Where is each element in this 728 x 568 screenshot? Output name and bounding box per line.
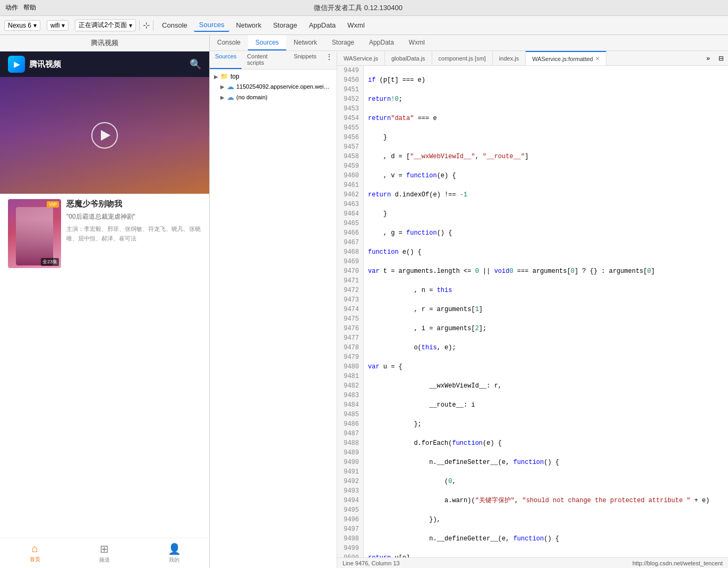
code-tab-component[interactable]: component.js [sm]: [432, 51, 493, 65]
cloud-icon: ☁: [227, 82, 234, 91]
tree-item-top[interactable]: ▶ 📁 top: [210, 72, 337, 81]
tree-item-no-domain[interactable]: ▶ ☁ (no domain): [210, 92, 337, 102]
tree-domain-label: 1150254092.appservice.open.weixin.qq.co: [236, 83, 332, 90]
phone-title: 腾讯视频: [91, 39, 118, 47]
app-container: ▶ 腾讯视频 🔍: [0, 51, 209, 568]
code-editor: WAService.js globalData.js component.js …: [337, 51, 728, 568]
device-chevron-icon: ▾: [33, 22, 37, 29]
code-content[interactable]: 9449 9450 9451 9452 9453 9454 9455 9456 …: [337, 66, 728, 557]
app-title: 微信开发者工具 0.12.130400: [314, 3, 402, 13]
title-bar: 动作 帮助 微信开发者工具 0.12.130400: [0, 0, 728, 16]
phone-header: 腾讯视频: [0, 35, 209, 51]
close-tab-icon[interactable]: ✕: [595, 56, 599, 62]
code-line: a.warn)("关键字保护", "should not change the …: [368, 496, 728, 505]
cloud-icon-2: ☁: [227, 93, 234, 101]
subtab-content-scripts[interactable]: Content scripts: [242, 51, 288, 69]
devtools-tab-storage[interactable]: Storage: [324, 35, 362, 50]
code-tab-waservice-formatted[interactable]: WAService.js:formatted ✕: [526, 51, 606, 65]
sources-sidebar: Sources Content scripts Snippets ⋮ ▶ 📁 t…: [210, 51, 337, 568]
play-icon: [101, 130, 110, 141]
main-toolbar: Nexus 6 ▾ wifi ▾ 正在调试2个页面 ▾ ⊹ Console So…: [0, 16, 728, 35]
tab-appdata[interactable]: AppData: [304, 19, 341, 31]
tab-network[interactable]: Network: [230, 19, 267, 31]
code-line: , n = this: [368, 286, 728, 295]
cursor-position: Line 9476, Column 13: [342, 560, 400, 566]
code-line: }: [368, 209, 728, 219]
episode-count: 全23集: [41, 258, 59, 266]
code-line: var u = {: [368, 362, 728, 372]
nav-profile-label: 我的: [169, 556, 179, 564]
tab-console[interactable]: Console: [157, 19, 193, 31]
home-icon: ⌂: [32, 543, 38, 555]
code-line: n.__defineSetter__(e, function() {: [368, 458, 728, 467]
cursor-icon: ⊹: [143, 20, 150, 30]
subtab-snippets[interactable]: Snippets: [288, 51, 322, 69]
code-line: o(this, e);: [368, 343, 728, 352]
app-logo-text: 腾讯视频: [29, 59, 61, 70]
line-numbers: 9449 9450 9451 9452 9453 9454 9455 9456 …: [337, 66, 364, 557]
code-tab-index[interactable]: index.js: [493, 51, 526, 65]
code-line: n.__defineGetter__(e, function() {: [368, 534, 728, 544]
show-thumbnail[interactable]: VIP 全23集: [8, 199, 61, 268]
nav-profile[interactable]: 👤 我的: [140, 543, 209, 564]
show-info: 恶魔少爷别吻我 "00后霸道总裁宠虐神剧" 主演：李宏毅、邢菲、张烔敏、符龙飞、…: [66, 199, 201, 268]
subtab-sources[interactable]: Sources: [210, 51, 242, 69]
devtools-tab-wxml[interactable]: Wxml: [401, 35, 432, 50]
nav-home[interactable]: ⌂ 首页: [0, 543, 70, 564]
app-logo-icon: ▶: [8, 56, 25, 73]
devtools-panel: Console Sources Network Storage AppData …: [210, 35, 728, 568]
code-line: , g = function() {: [368, 228, 728, 238]
debug-selector[interactable]: 正在调试2个页面 ▾: [75, 19, 136, 31]
tab-storage[interactable]: Storage: [268, 19, 303, 31]
code-line: return "data" === e: [368, 114, 728, 123]
menu-bar[interactable]: 动作 帮助: [5, 3, 36, 12]
code-tab-waservice[interactable]: WAService.js: [337, 51, 385, 65]
code-line: }: [368, 133, 728, 142]
code-line: , d = ["__wxWebViewId__", "__route__"]: [368, 152, 728, 161]
code-line: __wxWebViewId__: r,: [368, 381, 728, 391]
code-line: __route__: i: [368, 400, 728, 410]
app-logo: ▶ 腾讯视频: [8, 56, 61, 73]
network-name: wifi: [50, 22, 59, 29]
search-icon[interactable]: 🔍: [190, 58, 201, 70]
channels-icon: ⊞: [100, 543, 109, 555]
status-bar: Line 9476, Column 13 http://blog.csdn.ne…: [337, 557, 728, 568]
show-title: 恶魔少爷别吻我: [66, 199, 201, 209]
device-selector[interactable]: Nexus 6 ▾: [4, 20, 40, 31]
sources-more-icon[interactable]: ⋮: [322, 51, 337, 69]
devtools-tab-sources[interactable]: Sources: [248, 35, 286, 50]
code-line: return d.indexOf(e) !== -1: [368, 190, 728, 200]
code-tabs: WAService.js globalData.js component.js …: [337, 51, 728, 66]
code-lines: if (p[t] === e) return !0; return "data"…: [364, 66, 728, 557]
devtools-tab-network[interactable]: Network: [286, 35, 324, 50]
content-area: VIP 全23集 恶魔少爷别吻我 "00后霸道总裁宠虐神剧" 主演：李宏毅、邢菲…: [0, 194, 209, 538]
panel-toggle-icon[interactable]: ⊟: [714, 53, 728, 64]
vip-badge: VIP: [47, 201, 59, 208]
menu-action[interactable]: 动作: [5, 3, 18, 12]
code-line: d.forEach(function(e) {: [368, 438, 728, 448]
code-tab-globaldata[interactable]: globalData.js: [385, 51, 432, 65]
menu-help[interactable]: 帮助: [23, 3, 36, 12]
tree-top-label: top: [230, 73, 239, 80]
sources-tree: ▶ 📁 top ▶ ☁ 1150254092.appservice.open.w…: [210, 70, 337, 568]
show-card: VIP 全23集 恶魔少爷别吻我 "00后霸道总裁宠虐神剧" 主演：李宏毅、邢菲…: [8, 199, 201, 268]
devtools-tab-appdata[interactable]: AppData: [362, 35, 401, 50]
debug-chevron-icon: ▾: [129, 22, 132, 29]
code-line: var t = arguments.length <= 0 || void 0 …: [368, 266, 728, 276]
code-tabs-more-icon[interactable]: »: [702, 53, 714, 64]
debug-text: 正在调试2个页面: [79, 21, 127, 30]
tab-sources[interactable]: Sources: [194, 19, 230, 32]
play-button[interactable]: [91, 122, 118, 149]
network-chevron-icon: ▾: [62, 22, 65, 29]
code-line: function e() {: [368, 247, 728, 257]
nav-channels[interactable]: ⊞ 频道: [70, 543, 139, 564]
show-description: "00后霸道总裁宠虐神剧": [66, 212, 201, 221]
hero-image: [0, 77, 209, 194]
devtools-tab-console[interactable]: Console: [210, 35, 248, 50]
tree-item-domain[interactable]: ▶ ☁ 1150254092.appservice.open.weixin.qq…: [210, 81, 337, 92]
tree-no-domain-label: (no domain): [236, 94, 268, 100]
network-selector[interactable]: wifi ▾: [47, 20, 68, 31]
app-header: ▶ 腾讯视频 🔍: [0, 51, 209, 77]
profile-icon: 👤: [168, 543, 181, 555]
tab-wxml[interactable]: Wxml: [342, 19, 370, 31]
